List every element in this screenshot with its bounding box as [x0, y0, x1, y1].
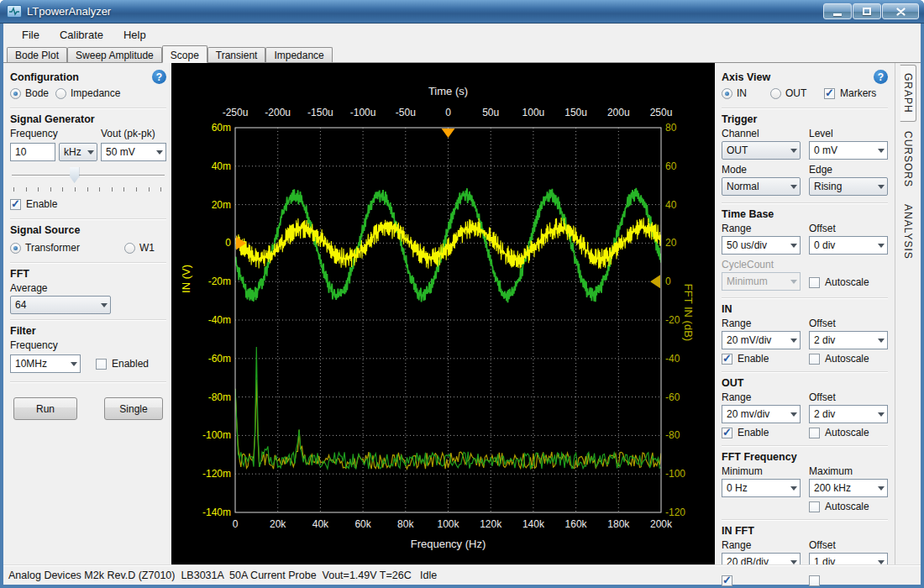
svg-text:IN (V): IN (V): [180, 265, 192, 293]
slider-thumb[interactable]: [70, 167, 79, 183]
caption-buttons: [823, 3, 919, 19]
minimize-button[interactable]: [823, 3, 852, 19]
checkbox-icon: [809, 428, 820, 438]
out-enable-checkbox[interactable]: Enable: [722, 427, 801, 438]
help-icon[interactable]: [874, 70, 888, 84]
filter-frequency-select[interactable]: 10MHz: [10, 354, 81, 373]
radio-icon: [124, 243, 135, 254]
trigger-edge-select[interactable]: Rising: [809, 177, 888, 196]
trigger-channel-select[interactable]: OUT: [722, 141, 801, 160]
svg-text:60: 60: [665, 160, 677, 172]
tab-scope[interactable]: Scope: [162, 45, 207, 63]
checkbox-icon: [96, 359, 107, 370]
svg-text:-40: -40: [665, 353, 680, 365]
side-tabstrip: GRAPH CURSORS ANALYSIS: [895, 63, 921, 564]
in-offset-select[interactable]: 2 div: [809, 331, 888, 349]
impedance-radio[interactable]: Impedance: [55, 87, 120, 99]
app-icon: [7, 5, 22, 18]
close-button[interactable]: [882, 3, 919, 19]
svg-text:60k: 60k: [354, 518, 371, 530]
configuration-title: Configuration: [10, 71, 79, 83]
w1-radio[interactable]: W1: [124, 242, 155, 254]
in-range-select[interactable]: 20 mV/div: [722, 331, 801, 349]
out-autoscale-checkbox[interactable]: Autoscale: [809, 427, 888, 438]
trigger-level-select[interactable]: 0 mV: [809, 141, 888, 160]
signal-generator-enable-checkbox[interactable]: Enable: [10, 198, 57, 210]
time-base-autoscale-checkbox[interactable]: Autoscale: [809, 276, 869, 288]
svg-text:0: 0: [445, 107, 451, 118]
menu-help[interactable]: Help: [115, 26, 155, 44]
help-icon[interactable]: [152, 70, 166, 84]
svg-text:60m: 60m: [212, 122, 231, 134]
svg-text:-150u: -150u: [307, 107, 333, 118]
out-range-select[interactable]: 20 mv/div: [722, 405, 801, 423]
frequency-slider[interactable]: [12, 166, 165, 185]
tab-bode-plot[interactable]: Bode Plot: [7, 47, 67, 62]
scope-plot[interactable]: -250u-200u-150u-100u-50u050u100u150u200u…: [171, 63, 715, 564]
fft-maximum-select[interactable]: 200 kHz: [809, 479, 888, 497]
fft-title: FFT: [10, 268, 166, 280]
svg-text:100u: 100u: [522, 107, 545, 118]
transformer-radio[interactable]: Transformer: [10, 242, 80, 254]
maximize-button[interactable]: [853, 3, 881, 19]
trigger-mode-label: Mode: [722, 164, 801, 176]
axis-in-radio[interactable]: IN: [722, 87, 770, 99]
markers-checkbox[interactable]: Markers: [824, 87, 876, 99]
chevron-down-icon: [101, 303, 108, 307]
run-button[interactable]: Run: [13, 397, 77, 420]
scope-canvas[interactable]: -250u-200u-150u-100u-50u050u100u150u200u…: [171, 63, 715, 564]
slider-ticks: [13, 187, 163, 192]
menu-calibrate[interactable]: Calibrate: [51, 26, 112, 44]
svg-text:100k: 100k: [437, 518, 459, 530]
axis-out-radio[interactable]: OUT: [770, 87, 824, 99]
in-autoscale-checkbox[interactable]: Autoscale: [809, 353, 888, 365]
svg-text:FFT IN (dB): FFT IN (dB): [682, 284, 695, 341]
svg-text:-100m: -100m: [202, 429, 231, 441]
side-tab-cursors[interactable]: CURSORS: [900, 123, 916, 195]
time-base-range-select[interactable]: 50 us/div: [722, 236, 801, 255]
svg-text:250u: 250u: [650, 107, 673, 118]
side-tab-graph[interactable]: GRAPH: [900, 65, 916, 122]
tab-sweep-amplitude[interactable]: Sweep Amplitude: [67, 47, 162, 62]
trigger-mode-select[interactable]: Normal: [722, 177, 801, 196]
in-autoscale-label: Autoscale: [825, 353, 869, 365]
chevron-down-icon: [790, 244, 797, 248]
svg-text:40k: 40k: [312, 518, 329, 530]
out-offset-select[interactable]: 2 div: [809, 405, 888, 423]
side-tab-analysis[interactable]: ANALYSIS: [900, 197, 916, 267]
filter-enabled-checkbox[interactable]: Enabled: [96, 358, 149, 370]
minimize-icon: [833, 13, 842, 16]
menu-file[interactable]: File: [13, 26, 48, 44]
vout-select[interactable]: 50 mV: [101, 143, 166, 161]
chevron-down-icon: [878, 486, 885, 491]
svg-text:-250u: -250u: [223, 107, 249, 118]
svg-text:-50u: -50u: [396, 107, 416, 118]
bode-radio[interactable]: Bode: [10, 87, 49, 99]
frequency-input[interactable]: 10: [10, 143, 55, 161]
fft-average-select[interactable]: 64: [10, 296, 111, 314]
autoscale-label: Autoscale: [825, 276, 869, 288]
out-title: OUT: [722, 377, 888, 389]
enable-label: Enable: [26, 198, 57, 210]
chevron-down-icon: [71, 362, 77, 366]
signal-generator-title: Signal Generator: [10, 113, 166, 125]
svg-text:40m: 40m: [212, 160, 231, 172]
fft-section: FFT Average 64: [10, 266, 166, 320]
in-title: IN: [722, 303, 888, 315]
in-fft-offset-label: Offset: [809, 539, 888, 551]
trigger-level-label: Level: [809, 128, 888, 139]
svg-text:-20m: -20m: [208, 276, 231, 287]
tab-transient[interactable]: Transient: [207, 47, 266, 62]
fft-frequency-autoscale-checkbox[interactable]: Autoscale: [809, 501, 888, 512]
time-base-offset-select[interactable]: 0 div: [809, 236, 888, 255]
tab-impedance[interactable]: Impedance: [265, 47, 332, 62]
in-enable-checkbox[interactable]: Enable: [722, 353, 801, 365]
fft-maximum-label: Maximum: [809, 465, 888, 477]
cyclecount-label: CycleCount: [722, 259, 801, 270]
fft-minimum-select[interactable]: 0 Hz: [722, 479, 801, 497]
frequency-unit-select[interactable]: kHz: [59, 143, 97, 161]
slider-track[interactable]: [12, 175, 165, 176]
single-button[interactable]: Single: [104, 397, 163, 420]
titlebar[interactable]: LTpowerAnalyzer: [0, 0, 924, 24]
svg-text:-140m: -140m: [202, 507, 231, 518]
